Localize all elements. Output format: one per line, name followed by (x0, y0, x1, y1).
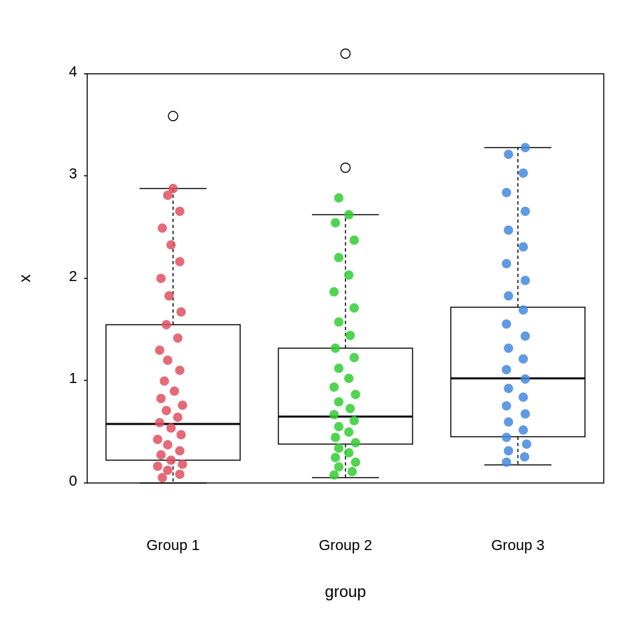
y-tick-3: 3 (69, 165, 77, 182)
y-tick-0: 0 (69, 472, 77, 489)
svg-point-111 (504, 225, 513, 235)
svg-point-66 (334, 397, 343, 407)
svg-point-36 (162, 320, 171, 329)
svg-point-109 (502, 259, 511, 268)
y-tick-1: 1 (69, 370, 77, 386)
svg-point-61 (344, 427, 354, 437)
svg-point-78 (334, 253, 343, 262)
svg-point-115 (504, 150, 513, 159)
svg-point-40 (175, 257, 184, 266)
svg-point-93 (502, 433, 511, 442)
svg-point-112 (521, 207, 530, 216)
svg-point-107 (504, 291, 513, 301)
x-label-group3: Group 3 (491, 537, 545, 553)
svg-point-77 (344, 270, 354, 280)
svg-point-103 (504, 343, 513, 353)
x-label-group1: Group 1 (146, 537, 200, 553)
svg-point-28 (178, 400, 187, 410)
y-tick-4: 4 (69, 63, 77, 80)
svg-point-105 (502, 319, 511, 329)
svg-point-108 (521, 276, 530, 285)
svg-point-92 (522, 439, 531, 449)
svg-point-101 (502, 365, 511, 374)
svg-point-98 (519, 392, 528, 402)
svg-point-95 (504, 417, 513, 427)
svg-point-18 (166, 455, 176, 465)
svg-point-57 (344, 448, 354, 458)
svg-point-74 (334, 317, 343, 327)
svg-point-17 (178, 460, 187, 469)
svg-point-32 (175, 366, 184, 375)
svg-point-114 (519, 168, 528, 178)
svg-point-64 (329, 410, 339, 419)
svg-point-34 (155, 345, 164, 355)
svg-point-23 (176, 430, 186, 439)
svg-point-82 (334, 193, 343, 203)
svg-point-31 (160, 376, 169, 386)
svg-point-30 (170, 386, 179, 396)
svg-point-79 (350, 235, 359, 245)
svg-point-91 (504, 446, 513, 455)
boxplot-chart: 0 1 2 3 4 x group Group 1 Group 2 Group … (0, 0, 644, 644)
svg-point-96 (521, 409, 530, 419)
svg-point-73 (345, 331, 355, 340)
svg-point-33 (163, 356, 172, 365)
svg-point-43 (175, 207, 184, 216)
svg-point-68 (329, 382, 339, 392)
svg-point-80 (331, 218, 340, 227)
svg-point-116 (521, 143, 530, 152)
svg-point-26 (173, 413, 182, 422)
svg-point-76 (329, 287, 339, 297)
svg-point-71 (350, 353, 359, 362)
svg-point-39 (156, 274, 166, 283)
svg-point-63 (350, 416, 359, 425)
svg-point-24 (166, 423, 176, 433)
svg-point-65 (345, 404, 355, 413)
svg-point-20 (175, 446, 184, 455)
svg-point-72 (331, 343, 340, 353)
svg-point-21 (163, 440, 172, 449)
y-axis-label: x (15, 274, 34, 282)
svg-point-16 (153, 462, 162, 471)
chart-container: 0 1 2 3 4 x group Group 1 Group 2 Group … (0, 0, 644, 644)
svg-point-42 (158, 223, 167, 233)
svg-point-60 (331, 433, 340, 442)
svg-point-15 (163, 466, 172, 475)
svg-point-104 (521, 331, 530, 341)
svg-point-37 (176, 307, 186, 317)
svg-point-54 (334, 462, 343, 472)
svg-point-106 (519, 305, 528, 315)
svg-point-102 (519, 354, 528, 364)
svg-point-14 (175, 470, 184, 479)
svg-point-100 (521, 374, 530, 384)
svg-point-19 (156, 450, 166, 460)
x-label-group2: Group 2 (319, 537, 372, 553)
svg-point-59 (351, 438, 360, 447)
svg-point-62 (334, 422, 343, 431)
svg-point-45 (168, 184, 178, 193)
svg-point-94 (519, 425, 528, 435)
svg-point-69 (344, 374, 354, 383)
y-tick-2: 2 (69, 268, 77, 284)
svg-point-29 (156, 394, 166, 403)
svg-point-58 (334, 443, 343, 453)
svg-point-55 (351, 458, 360, 467)
svg-point-41 (166, 240, 176, 250)
svg-point-67 (351, 390, 360, 399)
svg-point-25 (155, 418, 164, 427)
svg-point-99 (504, 384, 513, 393)
svg-point-52 (329, 470, 339, 480)
svg-point-27 (162, 406, 171, 415)
svg-point-81 (344, 210, 354, 219)
svg-point-35 (173, 333, 182, 343)
svg-point-38 (164, 291, 174, 301)
svg-point-22 (153, 435, 162, 444)
svg-point-75 (350, 303, 359, 313)
svg-point-56 (331, 453, 340, 462)
svg-point-70 (334, 364, 343, 373)
svg-point-97 (502, 401, 511, 411)
svg-point-110 (519, 242, 528, 252)
svg-point-113 (502, 188, 511, 197)
svg-point-89 (502, 458, 511, 467)
svg-rect-87 (451, 307, 585, 437)
